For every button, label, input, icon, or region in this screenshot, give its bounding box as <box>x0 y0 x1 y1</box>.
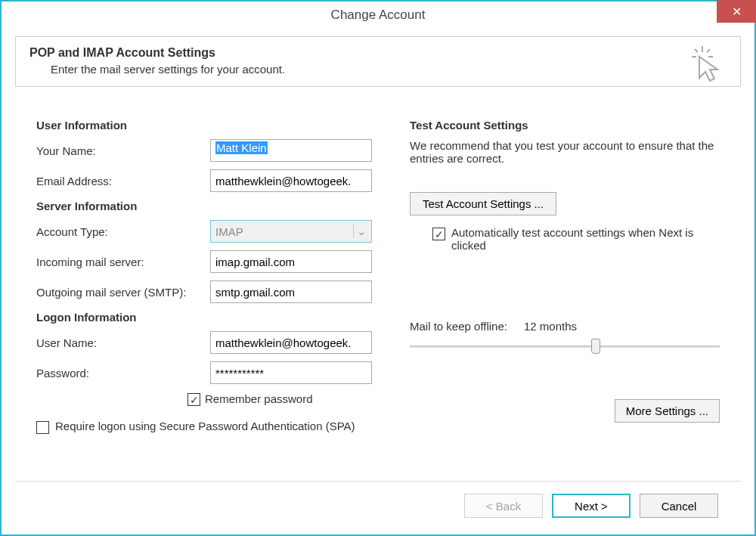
header-panel: POP and IMAP Account Settings Enter the … <box>15 36 741 87</box>
auto-test-checkbox[interactable]: ✓ <box>432 228 445 240</box>
auto-test-label: Automatically test account settings when… <box>451 226 720 252</box>
spa-checkbox[interactable] <box>36 421 49 434</box>
header-title: POP and IMAP Account Settings <box>29 46 727 60</box>
incoming-server-label: Incoming mail server: <box>36 256 210 268</box>
user-name-label: User Name: <box>36 336 210 349</box>
user-name-input[interactable] <box>210 331 372 354</box>
chevron-down-icon: ⌄ <box>353 225 367 238</box>
test-account-description: We recommend that you test your account … <box>410 139 720 165</box>
body-panel: User Information Your Name: Matt Klein E… <box>15 101 741 482</box>
svg-line-4 <box>707 49 710 52</box>
close-icon: ✕ <box>732 5 742 19</box>
cursor-click-icon <box>686 45 725 86</box>
your-name-input[interactable]: Matt Klein <box>210 139 372 162</box>
account-type-label: Account Type: <box>36 225 210 238</box>
account-type-select: IMAP ⌄ <box>210 220 372 243</box>
password-label: Password: <box>36 367 210 380</box>
test-account-settings-heading: Test Account Settings <box>410 119 720 132</box>
outgoing-server-label: Outgoing mail server (SMTP): <box>36 286 210 299</box>
right-column: Test Account Settings We recommend that … <box>410 114 720 473</box>
your-name-label: Your Name: <box>36 144 210 157</box>
mail-offline-label: Mail to keep offline: <box>410 320 507 333</box>
incoming-server-input[interactable] <box>210 250 372 273</box>
more-settings-button[interactable]: More Settings ... <box>615 399 720 423</box>
remember-password-checkbox[interactable]: ✓ <box>187 393 200 406</box>
logon-information-heading: Logon Information <box>36 311 387 324</box>
cancel-button[interactable]: Cancel <box>640 494 718 518</box>
back-button: < Back <box>464 494 543 518</box>
password-input[interactable] <box>210 361 372 384</box>
test-account-settings-button[interactable]: Test Account Settings ... <box>410 192 556 215</box>
slider-track-line <box>410 345 720 348</box>
mail-offline-value: 12 months <box>524 320 577 333</box>
footer-buttons: < Back Next > Cancel <box>15 482 741 534</box>
account-type-value: IMAP <box>215 225 243 238</box>
close-button[interactable]: ✕ <box>717 0 756 23</box>
svg-line-3 <box>695 49 698 52</box>
left-column: User Information Your Name: Matt Klein E… <box>36 114 387 473</box>
window-title: Change Account <box>2 8 754 23</box>
header-subtitle: Enter the mail server settings for your … <box>51 63 727 76</box>
mail-offline-slider[interactable] <box>410 339 720 354</box>
email-address-label: Email Address: <box>36 175 210 187</box>
remember-password-label: Remember password <box>205 392 313 405</box>
next-button[interactable]: Next > <box>552 494 631 518</box>
outgoing-server-input[interactable] <box>210 280 372 303</box>
change-account-window: Change Account ✕ POP and IMAP Account Se… <box>0 0 756 536</box>
spa-label: Require logon using Secure Password Auth… <box>55 420 355 432</box>
slider-thumb[interactable] <box>591 339 600 354</box>
titlebar: Change Account ✕ <box>2 2 754 29</box>
your-name-value: Matt Klein <box>215 141 268 154</box>
server-information-heading: Server Information <box>36 200 387 212</box>
user-information-heading: User Information <box>36 119 387 132</box>
email-address-input[interactable] <box>210 169 372 192</box>
